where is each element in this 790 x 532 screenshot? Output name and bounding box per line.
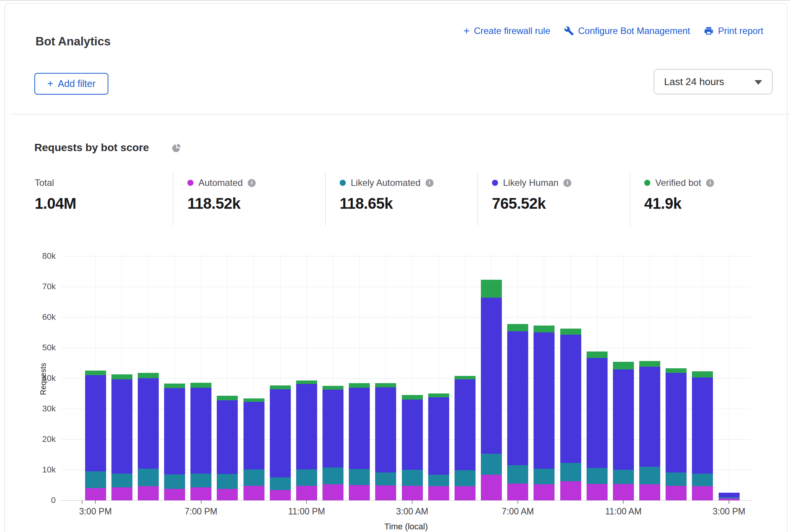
bar-segment-likely-human[interactable] — [164, 388, 185, 474]
info-icon[interactable] — [706, 179, 714, 187]
info-icon[interactable] — [426, 179, 434, 187]
bar-segment-likely-human[interactable] — [587, 358, 608, 468]
bar-segment-likely-automated[interactable] — [296, 469, 317, 485]
bar-segment-likely-human[interactable] — [613, 369, 634, 470]
bar-segment-automated[interactable] — [296, 486, 317, 500]
bar-segment-likely-human[interactable] — [507, 331, 528, 465]
bar-segment-likely-human[interactable] — [243, 402, 264, 469]
bar-segment-likely-human[interactable] — [138, 378, 159, 469]
bar-segment-likely-automated[interactable] — [507, 465, 528, 484]
bar-segment-verified-bot[interactable] — [270, 385, 291, 389]
bar-segment-likely-automated[interactable] — [666, 472, 687, 486]
bar-segment-likely-automated[interactable] — [138, 469, 159, 486]
bar-segment-verified-bot[interactable] — [375, 383, 396, 387]
bar-segment-verified-bot[interactable] — [428, 393, 449, 397]
bar-segment-likely-human[interactable] — [322, 390, 343, 467]
time-range-dropdown[interactable]: Last 24 hours — [654, 69, 772, 94]
bar-segment-automated[interactable] — [666, 486, 687, 500]
bar-segment-likely-automated[interactable] — [111, 474, 132, 487]
bar-segment-automated[interactable] — [164, 489, 185, 500]
bar-segment-verified-bot[interactable] — [190, 383, 211, 388]
bar-segment-automated[interactable] — [85, 488, 106, 500]
bar-segment-verified-bot[interactable] — [534, 326, 555, 332]
bar-segment-likely-human[interactable] — [349, 388, 370, 469]
bar-segment-automated[interactable] — [507, 484, 528, 500]
bar-segment-likely-automated[interactable] — [375, 472, 396, 485]
bar-segment-verified-bot[interactable] — [587, 351, 608, 358]
bar-segment-likely-automated[interactable] — [639, 467, 660, 484]
info-icon[interactable] — [563, 179, 571, 187]
bar-segment-verified-bot[interactable] — [666, 368, 687, 373]
bar-segment-automated[interactable] — [639, 484, 660, 500]
bar-segment-automated[interactable] — [455, 486, 476, 500]
bar-segment-likely-automated[interactable] — [270, 477, 291, 490]
bar-segment-likely-automated[interactable] — [428, 475, 449, 486]
bar-segment-likely-automated[interactable] — [322, 468, 343, 485]
bar-segment-verified-bot[interactable] — [639, 361, 660, 366]
bar-segment-automated[interactable] — [719, 498, 740, 500]
bar-segment-likely-human[interactable] — [217, 400, 238, 474]
bar-segment-likely-automated[interactable] — [613, 470, 634, 484]
bar-segment-verified-bot[interactable] — [692, 371, 713, 377]
bar-segment-automated[interactable] — [243, 486, 264, 500]
bar-segment-automated[interactable] — [692, 486, 713, 500]
bar-segment-likely-human[interactable] — [296, 384, 317, 469]
bar-segment-likely-human[interactable] — [639, 367, 660, 467]
bar-segment-likely-automated[interactable] — [692, 474, 713, 486]
bar-segment-verified-bot[interactable] — [243, 398, 264, 402]
bar-segment-likely-automated[interactable] — [349, 469, 370, 485]
bar-segment-likely-automated[interactable] — [243, 469, 264, 485]
bar-segment-likely-automated[interactable] — [534, 469, 555, 485]
bar-segment-likely-automated[interactable] — [560, 463, 581, 481]
bar-segment-automated[interactable] — [190, 487, 211, 500]
bar-segment-likely-human[interactable] — [375, 387, 396, 472]
bar-segment-verified-bot[interactable] — [455, 376, 476, 380]
bar-segment-automated[interactable] — [322, 484, 343, 500]
bar-segment-likely-human[interactable] — [270, 389, 291, 477]
create-firewall-rule-link[interactable]: + Create firewall rule — [463, 26, 550, 36]
bar-segment-verified-bot[interactable] — [138, 373, 159, 378]
bar-segment-automated[interactable] — [613, 484, 634, 500]
bar-segment-automated[interactable] — [375, 485, 396, 500]
bar-segment-automated[interactable] — [270, 490, 291, 500]
bar-segment-verified-bot[interactable] — [217, 396, 238, 400]
bar-segment-likely-human[interactable] — [666, 373, 687, 472]
bar-segment-likely-automated[interactable] — [402, 470, 423, 486]
bar-segment-likely-automated[interactable] — [164, 474, 185, 489]
bar-segment-likely-automated[interactable] — [85, 471, 106, 488]
bar-segment-likely-automated[interactable] — [190, 474, 211, 487]
bar-segment-likely-human[interactable] — [428, 397, 449, 475]
bar-segment-likely-human[interactable] — [481, 298, 502, 454]
bar-segment-verified-bot[interactable] — [164, 384, 185, 389]
bar-segment-automated[interactable] — [560, 481, 581, 500]
info-icon[interactable] — [248, 179, 256, 187]
bar-segment-likely-human[interactable] — [190, 388, 211, 474]
bar-segment-likely-automated[interactable] — [719, 497, 740, 498]
bar-segment-verified-bot[interactable] — [560, 329, 581, 335]
bar-segment-likely-automated[interactable] — [587, 468, 608, 484]
bar-segment-automated[interactable] — [587, 484, 608, 500]
bar-segment-automated[interactable] — [428, 486, 449, 500]
bar-segment-likely-human[interactable] — [692, 377, 713, 474]
bar-segment-verified-bot[interactable] — [613, 362, 634, 369]
bar-segment-likely-human[interactable] — [402, 400, 423, 470]
bar-segment-likely-automated[interactable] — [455, 470, 476, 486]
bar-segment-automated[interactable] — [138, 486, 159, 500]
bar-segment-verified-bot[interactable] — [481, 280, 502, 298]
bar-segment-likely-human[interactable] — [560, 335, 581, 463]
bar-segment-verified-bot[interactable] — [85, 371, 106, 375]
bar-segment-likely-human[interactable] — [85, 375, 106, 471]
bar-segment-automated[interactable] — [534, 484, 555, 500]
bar-segment-verified-bot[interactable] — [349, 383, 370, 388]
bar-segment-verified-bot[interactable] — [296, 380, 317, 384]
bar-segment-likely-human[interactable] — [455, 379, 476, 470]
bar-segment-automated[interactable] — [111, 487, 132, 500]
bar-segment-likely-human[interactable] — [719, 493, 740, 497]
bar-segment-verified-bot[interactable] — [507, 324, 528, 331]
bar-segment-likely-automated[interactable] — [217, 474, 238, 488]
add-filter-button[interactable]: + Add filter — [34, 73, 108, 95]
bar-segment-verified-bot[interactable] — [402, 395, 423, 400]
bar-segment-automated[interactable] — [481, 475, 502, 500]
bar-segment-verified-bot[interactable] — [111, 374, 132, 379]
bar-segment-likely-automated[interactable] — [481, 454, 502, 474]
